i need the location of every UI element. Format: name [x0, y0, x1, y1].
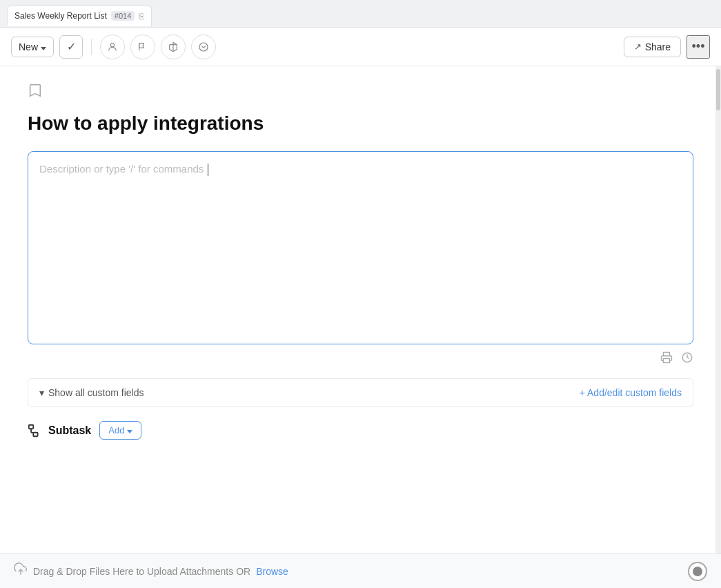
scrollbar-track[interactable]	[715, 66, 721, 553]
custom-fields-bar: ▾ Show all custom fields + Add/edit cust…	[28, 378, 693, 407]
more-icon: •••	[692, 39, 705, 54]
toolbar: New ✓ ↗ Share	[0, 28, 721, 66]
record-button[interactable]	[688, 562, 707, 581]
add-subtask-label: Add	[108, 425, 124, 435]
main-content: How to apply integrations Description or…	[0, 66, 721, 588]
subtask-icon	[28, 423, 43, 438]
cube-icon-button[interactable]	[161, 35, 186, 59]
clock-icon[interactable]	[681, 351, 693, 367]
share-button[interactable]: ↗ Share	[624, 37, 681, 57]
description-area[interactable]: Description or type '/' for commands	[28, 151, 693, 344]
tab-badge: #014	[111, 11, 135, 21]
show-custom-fields-toggle[interactable]: ▾ Show all custom fields	[39, 387, 144, 398]
toolbar-divider	[91, 39, 92, 55]
new-label: New	[19, 41, 38, 52]
custom-fields-toggle-label: Show all custom fields	[48, 387, 144, 398]
attachment-text: Drag & Drop Files Here to Upload Attachm…	[14, 562, 288, 580]
text-cursor	[208, 164, 208, 176]
task-title: How to apply integrations	[28, 112, 693, 135]
new-chevron-icon	[41, 41, 46, 52]
add-subtask-chevron-icon	[127, 425, 132, 435]
record-inner	[693, 567, 702, 576]
flag-icon	[137, 41, 148, 52]
share-label: Share	[645, 41, 671, 52]
attachment-bar: Drag & Drop Files Here to Upload Attachm…	[0, 553, 721, 588]
subtask-icon-label: Subtask	[28, 423, 91, 438]
share-arrow-icon: ↗	[634, 41, 642, 52]
pin-icon[interactable]: ⎘	[139, 11, 144, 21]
description-actions	[28, 351, 693, 367]
svg-point-3	[199, 43, 208, 51]
subtask-section: Subtask Add	[28, 421, 693, 440]
browse-link[interactable]: Browse	[256, 566, 288, 577]
check-icon: ✓	[67, 40, 76, 53]
cloud-upload-icon	[14, 562, 28, 580]
bookmark-icon[interactable]	[28, 83, 693, 101]
tab-sales-weekly[interactable]: Sales Weekly Report List #014 ⎘	[7, 6, 152, 26]
add-subtask-button[interactable]: Add	[99, 421, 141, 440]
add-edit-custom-fields-button[interactable]: + Add/edit custom fields	[580, 387, 682, 398]
svg-rect-6	[29, 424, 33, 429]
subtask-label: Subtask	[48, 424, 91, 437]
chevron-circle-icon-button[interactable]	[191, 35, 216, 59]
assign-icon-button[interactable]	[100, 35, 125, 59]
drag-drop-text: Drag & Drop Files Here to Upload Attachm…	[33, 566, 250, 577]
description-placeholder: Description or type '/' for commands	[39, 163, 204, 175]
svg-rect-7	[33, 432, 37, 436]
add-custom-fields-label: + Add/edit custom fields	[580, 387, 682, 398]
scrollbar-thumb	[716, 69, 720, 110]
custom-fields-chevron-icon: ▾	[39, 387, 44, 398]
tab-bar: Sales Weekly Report List #014 ⎘	[0, 0, 721, 28]
person-icon	[107, 41, 118, 52]
new-button[interactable]: New	[11, 37, 54, 57]
more-button[interactable]: •••	[687, 35, 710, 59]
svg-rect-4	[664, 359, 670, 363]
flag-icon-button[interactable]	[130, 35, 155, 59]
svg-point-0	[110, 43, 114, 46]
print-icon[interactable]	[660, 351, 673, 367]
chevron-circle-icon	[198, 41, 209, 52]
check-button[interactable]: ✓	[59, 35, 83, 59]
cube-icon	[168, 41, 179, 52]
tab-label: Sales Weekly Report List	[14, 11, 107, 21]
